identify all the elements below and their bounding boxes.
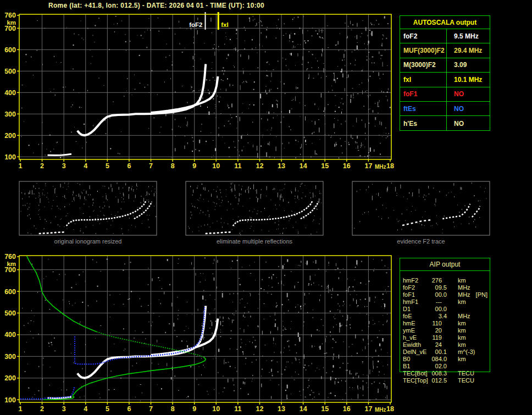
x-tick-label: 1 xyxy=(19,162,23,170)
table-row: ymE20km xyxy=(400,327,490,334)
param-unit: MHz xyxy=(458,284,470,291)
thumbnail-caption-evidence: evidence F2 trace xyxy=(352,238,490,245)
y-tick-label: 300 xyxy=(4,353,16,361)
param-unit: km xyxy=(458,327,466,334)
param-value: 110 xyxy=(430,320,447,327)
y-tick-label: 400 xyxy=(4,89,16,97)
x-tick-label: 10 xyxy=(212,162,220,170)
y-tick-label: 700 xyxy=(4,266,16,274)
thumbnail-caption-eliminate: eliminate multiple reflections xyxy=(186,238,323,245)
param-value: 008.3 xyxy=(430,370,447,377)
x-tick-label: 14 xyxy=(300,405,307,413)
param-label: ftEs xyxy=(400,102,447,115)
x-tick-label: 1 xyxy=(19,405,23,413)
table-row: B102.0 xyxy=(400,363,490,370)
x-tick-label: 2 xyxy=(40,405,44,413)
thumbnail-0 xyxy=(19,181,157,235)
y-tick-label: 300 xyxy=(4,110,16,118)
x-tick-label: 11 xyxy=(234,162,241,170)
table-row: foE3.4MHz xyxy=(400,313,490,320)
x-tick-label: 17 xyxy=(364,162,372,170)
param-unit: TECU xyxy=(458,370,474,377)
param-label: foF2 xyxy=(400,284,430,291)
param-label: ymE xyxy=(400,327,430,334)
param-value: 119 xyxy=(430,334,447,341)
y-tick-label: 500 xyxy=(4,309,16,317)
x-tick-label: 2 xyxy=(40,162,44,170)
param-label: h'Es xyxy=(400,116,447,130)
param-unit: km xyxy=(458,298,466,306)
plot-border xyxy=(19,14,391,159)
param-label: M(3000)F2 xyxy=(400,58,447,72)
param-label: foF1 xyxy=(400,87,447,101)
x-tick-label: 7 xyxy=(149,405,153,413)
series-f-trace-x-mode xyxy=(151,318,218,355)
param-unit: TECU xyxy=(458,377,474,384)
thumbnail-2 xyxy=(352,181,490,235)
param-label: DelN_vE xyxy=(400,348,430,356)
x-tick-label: 15 xyxy=(321,405,329,413)
thumbnail-caption-original: original ionogram resized xyxy=(19,238,157,245)
param-label: foE xyxy=(400,313,430,320)
x-tick-label: 9 xyxy=(192,162,196,170)
param-unit: km xyxy=(458,356,466,363)
x-tick-label: 4 xyxy=(84,162,87,170)
x-tick-label: 3 xyxy=(62,162,66,170)
y-axis-unit: km xyxy=(7,19,16,26)
param-label: Ewidth xyxy=(400,341,430,348)
param-label: hmF1 xyxy=(400,298,430,306)
foF2-marker: foF2 xyxy=(189,12,205,30)
y-axis-unit: km xyxy=(7,261,16,267)
x-tick-label: 13 xyxy=(278,405,285,413)
x-tick-label: 9 xyxy=(192,405,196,413)
y-tick-label: 760 xyxy=(4,12,16,19)
table-row: h_vE119km xyxy=(400,334,490,341)
param-value: 3.4 xyxy=(430,313,447,320)
param-label: TEC[Top] xyxy=(400,377,430,384)
param-value: 084.0 xyxy=(430,356,447,363)
param-value: 20 xyxy=(430,327,447,334)
table-row: foF1NO xyxy=(400,87,490,102)
param-value: NO xyxy=(447,90,490,98)
param-unit: m^(-3) xyxy=(458,348,475,356)
x-tick-label: 5 xyxy=(106,162,109,170)
table-row: hmF1---km xyxy=(400,298,490,306)
x-tick-label: 16 xyxy=(343,405,351,413)
x-tick-label: 16 xyxy=(343,162,351,170)
param-unit: km xyxy=(458,320,466,327)
param-label: foF2 xyxy=(400,29,447,43)
thumbnail-1 xyxy=(186,181,323,235)
x-tick-label: 15 xyxy=(321,162,329,170)
autoscala-screen: foF2fxI100200300400500600700760km1234567… xyxy=(0,0,532,415)
gridlines xyxy=(19,256,391,402)
x-tick-label: 13 xyxy=(278,162,285,170)
table-row: foF209.5MHz xyxy=(400,284,490,291)
param-label: hmE xyxy=(400,320,430,327)
x-tick-label: 8 xyxy=(171,162,175,170)
param-label: D1 xyxy=(400,306,430,313)
y-tick-label: 200 xyxy=(4,132,16,140)
autoscala-output-table: AUTOSCALA output foF29.5 MHzMUF(3000)F22… xyxy=(400,15,490,131)
foF2-marker-label: foF2 xyxy=(189,21,202,28)
x-tick-label: 7 xyxy=(149,162,153,170)
autoscala-table-rows: foF29.5 MHzMUF(3000)F229.4 MHzM(3000)F23… xyxy=(400,29,490,131)
axis-labels: 100200300400500600700760km12345678910111… xyxy=(4,253,394,413)
aip-table-title: AIP output xyxy=(400,258,490,271)
autoscala-table-title: AUTOSCALA output xyxy=(400,16,490,29)
y-tick-label: 760 xyxy=(4,253,16,261)
table-row: fxI10.1 MHz xyxy=(400,73,490,87)
x-tick-label: 3 xyxy=(62,405,66,413)
noise-speckles xyxy=(22,257,389,401)
param-label: foF1 xyxy=(400,291,430,298)
param-unit: km xyxy=(458,341,466,348)
x-tick-label: 8 xyxy=(171,405,175,413)
x-tick-label: 5 xyxy=(106,405,109,413)
param-value: 29.4 MHz xyxy=(447,47,490,54)
param-value: 00.0 xyxy=(430,291,447,298)
param-label: B0 xyxy=(400,356,430,363)
x-tick-label: 18 xyxy=(386,162,394,170)
table-row: M(3000)F23.09 xyxy=(400,58,490,73)
table-row: h'EsNO xyxy=(400,116,490,130)
param-value: 02.0 xyxy=(430,363,447,370)
param-value: 012.5 xyxy=(430,377,447,384)
